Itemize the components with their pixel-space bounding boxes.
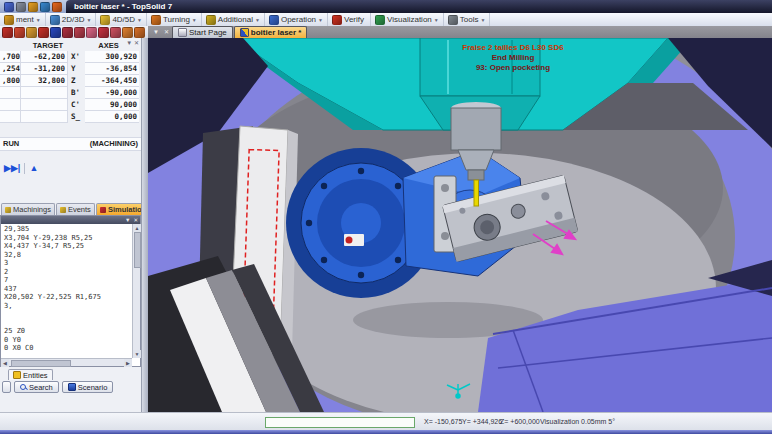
save-icon[interactable] [28,2,38,12]
console-line: 0 X0 C0 [4,344,132,353]
document-tab-strip: ▼ ✕ Start Page boitier laser * [148,26,772,38]
pin-icon[interactable]: ▼ [125,216,130,224]
console-header: ▼ ✕ [1,216,140,224]
console-line: X3,704 Y-29,238 R5,25 [4,234,132,243]
pin-icon[interactable]: ▼ [126,40,132,46]
status-bar: X= -150,675 Y= +344,926 Z= +600,000 Visu… [0,412,772,430]
machining-table-icon[interactable] [62,27,73,38]
console-line: 3, [4,302,132,311]
spray-coolant-icon[interactable] [110,27,121,38]
topsolid-window: boitier laser * - TopSolid 7 ment ▼ 2D/3… [0,0,772,434]
machine-3d-scene [148,38,772,412]
cam-toolbar [0,26,148,38]
entities-icon [13,371,21,379]
operation-icon [269,15,279,25]
search-button[interactable]: Search [14,381,59,393]
menu-item[interactable]: Verify [328,13,371,26]
visualization-icon [375,15,385,25]
tab-start-page[interactable]: Start Page [172,26,233,38]
stock-icon[interactable] [122,27,133,38]
chevron-down-icon: ▼ [434,17,439,23]
maker-logo-icon [346,237,353,244]
divider [24,163,25,174]
pocketing-icon[interactable] [86,27,97,38]
window-bottom-edge [0,430,772,434]
contouring-icon[interactable] [98,27,109,38]
menu-item[interactable]: Additional ▼ [202,13,265,26]
options-icon[interactable] [40,2,50,12]
menu-item[interactable]: 4D/5D ▼ [96,13,147,26]
command-input[interactable] [265,417,415,428]
topsolid-logo[interactable] [52,2,62,12]
scrollbar-thumb[interactable] [134,232,141,268]
scroll-up-icon[interactable]: ▲ [133,224,141,232]
title-bar: boitier laser * - TopSolid 7 [0,0,772,13]
axis-row: ,800 32,800 Z -364,450 [0,75,141,87]
tab-entities[interactable]: Entities [8,369,53,380]
pin-icon[interactable]: ▼ [151,26,161,38]
chevron-down-icon: ▼ [86,17,91,23]
console-line: 437 [4,285,132,294]
turning-tool-icon[interactable] [14,27,25,38]
chevron-down-icon: ▼ [318,17,323,23]
panel-splitter[interactable] [141,38,148,412]
machine-simulation-button[interactable]: ▲ [29,162,38,174]
scroll-right-icon[interactable]: ▶ [124,359,132,367]
scroll-left-icon[interactable]: ◀ [1,359,9,367]
close-icon[interactable]: ✕ [162,26,171,38]
console-line: 3 [4,259,132,268]
axis-4d5d-icon [100,15,110,25]
run-status-label: RUN [3,138,19,150]
panel-tab[interactable]: Events [56,203,95,215]
close-icon[interactable]: ✕ [133,216,138,224]
verify-icon [332,15,342,25]
panel-tab[interactable]: Machinings [1,203,55,215]
redo-icon[interactable] [16,2,26,12]
target-column-header: TARGET [20,41,76,50]
panel-tab[interactable]: Simulation [96,203,141,215]
probing-tool-icon[interactable] [38,27,49,38]
console-line: 2 [4,268,132,277]
scenario-icon [68,383,76,391]
vertical-scrollbar[interactable]: ▲ ▼ [132,224,140,358]
axis-row: C' 90,000 [0,99,141,111]
menu-item[interactable]: 2D/3D ▼ [46,13,97,26]
chevron-down-icon: ▼ [137,17,142,23]
console-line [4,310,132,319]
close-icon[interactable]: ✕ [134,40,139,46]
menu-item[interactable]: ment ▼ [0,13,46,26]
topsolid-doc-icon [240,28,249,37]
console-line: X20,502 Y-22,525 R1,675 [4,293,132,302]
horizontal-scrollbar[interactable]: ◀ ▶ [1,358,132,366]
scenario-button[interactable]: Scenario [62,381,114,393]
menu-item[interactable]: Turning ▼ [147,13,202,26]
search-icon [20,384,27,391]
panel-tab-bar: Machinings Events Simulation [0,203,141,215]
menu-item[interactable]: Visualization ▼ [371,13,444,26]
console-output[interactable]: 29,385X3,704 Y-29,238 R5,25X4,437 Y-34,7… [2,224,132,358]
clipped-button[interactable] [2,381,11,393]
tools-icon [448,15,458,25]
scroll-down-icon[interactable]: ▼ [133,350,141,358]
z-coordinate-label: Z= +600,000 [500,418,540,425]
skip-to-end-button[interactable]: ▶▶| [4,162,20,174]
scrollbar-thumb[interactable] [11,360,71,367]
chevron-down-icon: ▼ [480,17,485,23]
tab-boitier-laser[interactable]: boitier laser * [234,26,308,38]
operation-list-icon[interactable] [74,27,85,38]
chevron-down-icon: ▼ [192,17,197,23]
menu-item[interactable]: Operation ▼ [265,13,328,26]
drilling-tool-icon[interactable] [26,27,37,38]
console-line [4,319,132,328]
menu-item[interactable]: Tools ▼ [444,13,491,26]
milling-tool-icon[interactable] [2,27,13,38]
report-icon[interactable] [134,27,145,38]
axis-row: ,700 -62,200 X' 300,920 [0,51,141,63]
nc-code-console: ▼ ✕ 29,385X3,704 Y-29,238 R5,25X4,437 Y-… [0,215,141,367]
machine-3d-viewport[interactable]: Fraise 2 tailles D6 L30 SD6 End Milling … [148,38,772,412]
console-line: 25 Z0 [4,327,132,336]
machining-mode-label: (MACHINING) [90,138,138,150]
undo-icon[interactable] [4,2,14,12]
anchor-blue-icon[interactable] [50,27,61,38]
visualization-tolerance-label[interactable]: Visualization 0.05mm 5° [540,418,615,425]
